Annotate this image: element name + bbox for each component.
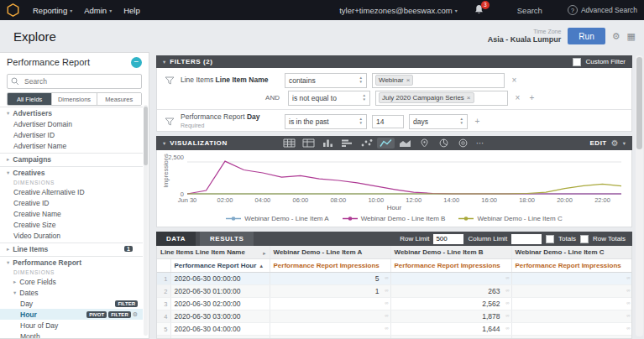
- table-row[interactable]: 5 2020-06-30 04:00:00 ∞ 1,644∞ ∞: [157, 323, 632, 336]
- pivot-col-header[interactable]: Webinar Demo - Line Item B: [390, 246, 511, 259]
- table-row[interactable]: 1 2020-06-30 00:00:00 5∞ ∞ ∞: [157, 273, 632, 285]
- hour-cell[interactable]: 2020-06-30 05:00:00: [170, 336, 270, 339]
- dashboards-grid-icon[interactable]: ▦: [627, 31, 636, 42]
- drill-link-icon[interactable]: ∞: [626, 275, 630, 280]
- viz-type-column-chart-icon[interactable]: [319, 138, 337, 149]
- table-row[interactable]: 6 2020-06-30 05:00:00 ∞ 1,300∞ ∞: [157, 336, 632, 339]
- section-advertisers[interactable]: ▾Advertisers: [0, 107, 143, 118]
- remove-chip-icon[interactable]: ×: [406, 76, 411, 84]
- viz-settings-gear-icon[interactable]: ⚙: [611, 138, 619, 148]
- legend-item[interactable]: Webinar Demo - Line Item C: [458, 215, 562, 222]
- tab-dimensions[interactable]: Dimensions: [51, 93, 96, 105]
- hour-cell[interactable]: 2020-06-30 00:00:00: [170, 273, 270, 285]
- filter-badge[interactable]: FILTER: [108, 311, 131, 318]
- field-day[interactable]: Day FILTER: [0, 298, 143, 309]
- legend-item[interactable]: Webinar Demo - Line Item B: [343, 215, 446, 222]
- impressions-cell[interactable]: ∞: [270, 336, 390, 339]
- beeswax-logo-icon[interactable]: [7, 3, 19, 17]
- section-campaigns[interactable]: ▸Campaigns: [0, 153, 143, 164]
- viz-type-pivot-table-icon[interactable]: [300, 138, 317, 149]
- tab-measures[interactable]: Measures: [97, 93, 141, 105]
- field-advertiser-domain[interactable]: Advertiser Domain: [0, 118, 143, 129]
- tab-data[interactable]: DATA: [156, 232, 196, 246]
- drill-link-icon[interactable]: ∞: [505, 326, 509, 331]
- table-row[interactable]: 4 2020-06-30 03:00:00 ∞ 1,878∞ ∞: [157, 310, 632, 323]
- filter-operator-select[interactable]: contains▲▼: [285, 73, 367, 88]
- viz-type-pie-chart-icon[interactable]: [435, 138, 453, 149]
- drill-link-icon[interactable]: ∞: [505, 300, 509, 305]
- impressions-cell[interactable]: 5∞: [270, 273, 390, 285]
- line-chart-plot[interactable]: [187, 155, 621, 196]
- scrollbar-thumb[interactable]: [144, 107, 148, 165]
- column-limit-input[interactable]: [511, 234, 542, 244]
- pivot-badge[interactable]: PIVOT: [86, 311, 107, 318]
- filter-operator-select[interactable]: is in the past▲▼: [285, 114, 367, 129]
- row-limit-input[interactable]: [433, 234, 463, 244]
- hour-cell[interactable]: 2020-06-30 03:00:00: [170, 310, 270, 323]
- impressions-cell[interactable]: 1∞: [270, 285, 390, 298]
- hour-cell[interactable]: 2020-06-30 01:00:00: [170, 285, 270, 298]
- impressions-cell[interactable]: ∞: [511, 285, 632, 298]
- viz-type-bar-chart-icon[interactable]: [338, 138, 356, 149]
- legend-item[interactable]: Webinar Demo - Line Item A: [226, 215, 328, 222]
- impressions-cell[interactable]: 1,300∞: [390, 336, 511, 339]
- impressions-cell[interactable]: ∞: [270, 310, 390, 323]
- scrollbar-thumb[interactable]: [636, 57, 642, 149]
- drill-link-icon[interactable]: ∞: [505, 313, 509, 318]
- settings-gear-icon[interactable]: ⚙: [612, 31, 620, 42]
- field-month[interactable]: Month: [0, 331, 143, 338]
- section-line-items[interactable]: ▸Line Items1: [0, 243, 143, 254]
- nav-search-input[interactable]: Search: [517, 6, 542, 15]
- field-creative-name[interactable]: Creative Name: [0, 208, 143, 219]
- measure-header[interactable]: Performance Report Impressions: [270, 259, 390, 273]
- drill-link-icon[interactable]: ∞: [626, 313, 630, 318]
- totals-checkbox[interactable]: [546, 235, 554, 243]
- hour-cell[interactable]: 2020-06-30 04:00:00: [170, 323, 270, 336]
- impressions-cell[interactable]: 1,878∞: [390, 310, 511, 323]
- add-filter-value-button[interactable]: +: [473, 117, 482, 126]
- more-viz-types-icon[interactable]: ⋯: [474, 138, 487, 148]
- impressions-cell[interactable]: 263∞: [390, 285, 511, 298]
- group-dates[interactable]: ▾Dates: [0, 287, 143, 298]
- drill-link-icon[interactable]: ∞: [626, 300, 630, 305]
- impressions-cell[interactable]: ∞: [511, 323, 632, 336]
- impressions-cell[interactable]: 2,562∞: [390, 298, 511, 310]
- filters-header[interactable]: ▾ FILTERS (2) Custom Filter: [156, 55, 632, 68]
- field-search-input[interactable]: [23, 76, 138, 86]
- nav-help[interactable]: Help: [123, 6, 140, 15]
- tab-all-fields[interactable]: All Fields: [8, 93, 51, 105]
- filter-unit-select[interactable]: days▲▼: [409, 114, 468, 129]
- filter-operator-select[interactable]: is not equal to▲▼: [288, 91, 370, 106]
- remove-filter-button[interactable]: ×: [510, 76, 519, 85]
- field-creative-id[interactable]: Creative ID: [0, 197, 143, 208]
- section-performance-report[interactable]: ▾Performance Report: [0, 256, 143, 268]
- viz-type-map-icon[interactable]: [416, 138, 433, 149]
- row-totals-checkbox[interactable]: [580, 235, 589, 243]
- chart-series-line[interactable]: [187, 184, 621, 194]
- drill-link-icon[interactable]: ∞: [385, 288, 388, 293]
- viz-type-scatter-icon[interactable]: [358, 138, 375, 149]
- impressions-cell[interactable]: ∞: [270, 323, 390, 336]
- filter-chip[interactable]: July 2020 Campaign Series×: [379, 92, 474, 103]
- nav-reporting[interactable]: Reporting▾: [33, 6, 72, 15]
- drill-link-icon[interactable]: ∞: [505, 288, 509, 293]
- impressions-cell[interactable]: 1,644∞: [390, 323, 511, 336]
- notifications-bell-icon[interactable]: 3: [474, 4, 484, 16]
- pivot-col-header[interactable]: Webinar Demo - Line Item C: [511, 246, 632, 259]
- drill-link-icon[interactable]: ∞: [385, 275, 388, 280]
- user-menu[interactable]: tyler+timezones@beeswax.com▾: [339, 6, 458, 15]
- visualization-header[interactable]: ▾ VISUALIZATION ⋯ EDIT ⚙ ▾: [156, 136, 632, 150]
- field-hour-of-day[interactable]: Hour of Day: [0, 320, 143, 331]
- viz-type-table-icon[interactable]: [280, 138, 298, 149]
- field-video-duration[interactable]: Video Duration: [0, 230, 143, 241]
- hour-cell[interactable]: 2020-06-30 02:00:00: [170, 298, 270, 310]
- impressions-cell[interactable]: ∞: [270, 298, 390, 310]
- field-search[interactable]: [7, 74, 142, 89]
- field-gear-icon[interactable]: ⚙: [133, 311, 138, 318]
- group-core-fields[interactable]: ▸Core Fields: [0, 276, 143, 287]
- impressions-cell[interactable]: ∞: [511, 336, 632, 339]
- dimension-header[interactable]: Performance Report Hour▲: [170, 259, 270, 273]
- add-filter-value-button[interactable]: +: [527, 93, 537, 102]
- viz-type-line-chart-icon[interactable]: [377, 138, 395, 149]
- collapse-sidebar-button[interactable]: −: [131, 57, 142, 68]
